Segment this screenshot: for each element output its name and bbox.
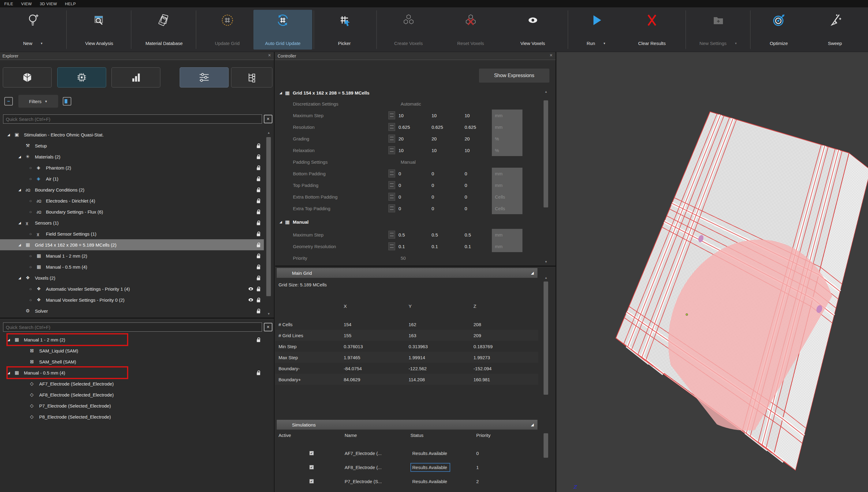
link-values-toggle[interactable] (388, 170, 395, 177)
quick-search-input-2[interactable] (3, 322, 262, 332)
tree-row[interactable]: ◢ ○ Boundary Conditions (2) (0, 184, 264, 195)
update-grid-button[interactable]: Update Grid (199, 10, 256, 50)
tree-row[interactable]: ◢ ○ AF8_Electrode (Selected_Electrode) (0, 389, 264, 400)
setting-value-z[interactable]: 10 (461, 148, 494, 153)
simulation-row[interactable]: ✔ P7_Electrode (S... Results Available 2 (275, 474, 538, 488)
view-analysis-tab-button[interactable] (112, 67, 160, 88)
setting-value-z[interactable]: 0 (461, 206, 494, 211)
auto-grid-update-button[interactable]: Auto Grid Update (254, 10, 312, 50)
expand-arrow-icon[interactable]: ◢ (18, 188, 21, 192)
setting-value-x[interactable]: 0.1 (395, 244, 428, 249)
new-settings-button[interactable]: New Settings▼ (689, 10, 747, 50)
setting-single-value[interactable]: Manual (388, 159, 416, 165)
optimize-button[interactable]: Optimize (753, 10, 804, 50)
close-icon[interactable]: × (268, 53, 271, 58)
setting-value-y[interactable]: 0.625 (428, 125, 461, 130)
tree-row[interactable]: ◢ ○ Phantom (2) (0, 162, 264, 173)
menu-item[interactable]: VIEW (21, 2, 32, 6)
setting-value-z[interactable]: 10 (461, 113, 494, 118)
tree-row[interactable]: ◢ ○ Automatic Voxeler Settings - Priorit… (0, 283, 264, 294)
view-properties-button[interactable] (180, 67, 228, 88)
main-grid-scrollbar[interactable]: ▲ (542, 275, 550, 416)
quick-search-input[interactable] (3, 115, 262, 124)
radio-circle-icon[interactable]: ○ (29, 210, 32, 214)
setting-value-y[interactable]: 20 (428, 136, 461, 141)
simulation-row[interactable]: ✔ AF7_Electrode (... Results Available 0 (275, 446, 538, 460)
radio-circle-icon[interactable]: ○ (29, 231, 32, 236)
setting-value-x[interactable]: 0 (395, 183, 428, 188)
setting-value-y[interactable]: 10 (428, 113, 461, 118)
scrollbar-thumb[interactable] (544, 100, 548, 207)
sweep-button[interactable]: Sweep (811, 10, 860, 50)
view-hierarchy-button[interactable] (231, 67, 272, 88)
radio-circle-icon[interactable]: ○ (29, 166, 32, 170)
simulations-section-bar[interactable]: Simulations ◢ (277, 420, 537, 429)
collapse-all-button[interactable]: − (4, 97, 13, 105)
link-values-toggle[interactable] (388, 193, 395, 201)
setting-value-x[interactable]: 0.5 (395, 232, 428, 238)
setting-value-x[interactable]: 0 (395, 206, 428, 211)
tree-row[interactable]: ◢ ○ Grid 154 x 162 x 208 = 5.189 MCells … (0, 239, 264, 250)
tree-row[interactable]: ◢ ○ Sensors (1) (0, 217, 264, 228)
setting-value-x[interactable]: 0.625 (395, 125, 428, 130)
create-voxels-button[interactable]: Create Voxels (380, 10, 437, 50)
simulations-scrollbar[interactable] (542, 433, 550, 492)
scroll-up-icon[interactable]: ▲ (542, 275, 550, 280)
view-simulation-button[interactable] (57, 67, 106, 88)
search-clear-button[interactable]: × (264, 115, 272, 123)
tree-row[interactable]: ◢ ○ Air (1) (0, 173, 264, 184)
material-database-button[interactable]: Material Database (134, 10, 194, 50)
setting-value-z[interactable]: 0.1 (461, 244, 494, 249)
setting-value-y[interactable]: 0 (428, 194, 461, 199)
setting-value-y[interactable]: 0.5 (428, 232, 461, 238)
setting-value-z[interactable]: 20 (461, 136, 494, 141)
filters-dropdown[interactable]: Filters ▼ (18, 95, 58, 108)
eye-icon[interactable] (248, 287, 253, 290)
setting-value-z[interactable]: 0 (461, 194, 494, 199)
link-values-toggle[interactable] (388, 123, 395, 131)
collapse-icon[interactable]: ◢ (531, 422, 534, 427)
active-checkbox[interactable]: ✔ (309, 451, 314, 455)
menu-item[interactable]: HELP (65, 2, 76, 6)
tree-row[interactable]: ◢ ○ Materials (2) (0, 151, 264, 162)
tree-row[interactable]: ◢ ○ Manual 1 - 2 mm (2) (0, 334, 264, 345)
expand-arrow-icon[interactable]: ◢ (280, 220, 282, 224)
tree-row[interactable]: ◢ ○ SAM_Shell (SAM) (0, 356, 264, 367)
link-values-toggle[interactable] (388, 204, 395, 212)
tree-row[interactable]: ◢ ○ P8_Electrode (Selected_Electrode) (0, 411, 264, 422)
tree-row[interactable]: ◢ ○ SAM_Liquid (SAM) (0, 345, 264, 356)
tree-row[interactable]: ◢ ○ Solver (0, 305, 264, 316)
scroll-down-icon[interactable]: ▼ (542, 260, 550, 264)
tree-row[interactable]: ◢ ○ Boundary Settings - Flux (6) (0, 206, 264, 217)
setting-single-value[interactable]: Automatic (388, 101, 421, 106)
tree-row[interactable]: ◢ ○ Electrodes - Dirichlet (4) (0, 195, 264, 206)
side-panel-toggle-button[interactable] (63, 97, 71, 105)
scroll-down-icon[interactable]: ▼ (265, 312, 272, 316)
setting-value-z[interactable]: 0 (461, 183, 494, 188)
setting-value-y[interactable]: 10 (428, 148, 461, 153)
link-values-toggle[interactable] (388, 231, 395, 239)
tree-row[interactable]: ◢ ○ P7_Electrode (Selected_Electrode) (0, 400, 264, 411)
setting-value-z[interactable]: 0.5 (461, 232, 494, 238)
setting-value-x[interactable]: 20 (395, 136, 428, 141)
scrollbar-thumb[interactable] (544, 433, 548, 458)
simulation-row[interactable]: ✔ AF8_Electrode (... Results Available 1 (275, 460, 538, 474)
expand-arrow-icon[interactable]: ◢ (18, 243, 21, 247)
expand-arrow-icon[interactable]: ◢ (7, 371, 10, 375)
setting-value-y[interactable]: 0 (428, 171, 461, 176)
scroll-up-icon[interactable]: ▲ (542, 89, 550, 94)
view-voxels-button[interactable]: View Voxels (504, 10, 561, 50)
view-analysis-button[interactable]: View Analysis (70, 10, 128, 50)
close-icon[interactable]: × (550, 53, 552, 58)
viewport-3d[interactable]: z (557, 52, 868, 492)
tree-row[interactable]: ◢ ○ Manual 1 - 2 mm (2) (0, 250, 264, 261)
expand-arrow-icon[interactable]: ◢ (18, 276, 21, 280)
collapse-icon[interactable]: ◢ (531, 271, 534, 275)
radio-circle-icon[interactable]: ○ (29, 287, 32, 291)
tree-row[interactable]: ◢ ○ Setup (0, 140, 264, 151)
setting-value-z[interactable]: 0.625 (461, 125, 494, 130)
scrollbar-thumb[interactable] (544, 281, 548, 395)
menu-item[interactable]: 3D VIEW (40, 2, 57, 6)
manual-settings-header[interactable]: ◢ ▦ Manual (280, 217, 309, 226)
controller-scrollbar[interactable]: ▲ ▼ (542, 89, 550, 264)
